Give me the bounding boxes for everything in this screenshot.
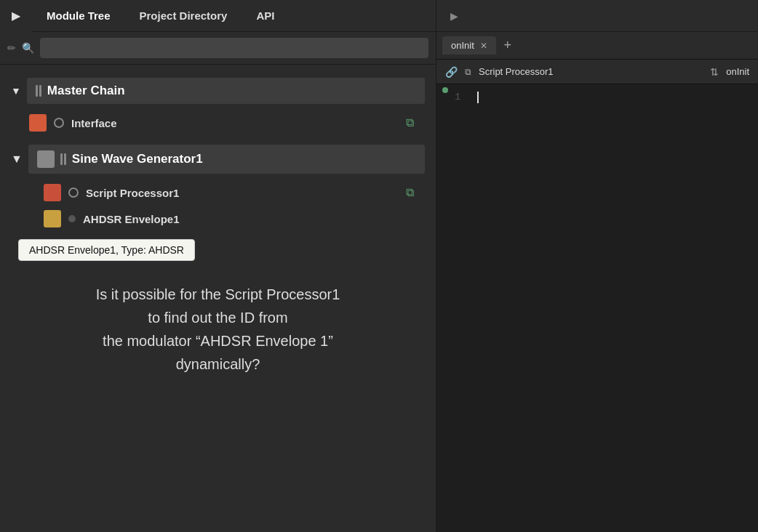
chain-line-2 bbox=[39, 85, 41, 97]
sine-arrow-icon: ▼ bbox=[11, 153, 23, 166]
ahdsr-envelope-name: AHDSR Envelope1 bbox=[83, 213, 414, 225]
code-content bbox=[469, 92, 758, 103]
tab-bar: onInit ✕ + bbox=[436, 32, 758, 60]
editor-infobar: 🔗 ⧉ Script Processor1 ⇅ onInit bbox=[436, 60, 758, 84]
sine-wave-bar: Sine Wave Generator1 bbox=[28, 145, 425, 174]
nav-tabs: Module Tree Project Directory API bbox=[32, 0, 436, 31]
editor-tab-label: onInit bbox=[451, 40, 474, 51]
tab-module-tree[interactable]: Module Tree bbox=[32, 0, 125, 31]
ahdsr-dot-icon bbox=[68, 215, 76, 222]
editor-play-button[interactable]: ▶ bbox=[442, 4, 466, 28]
sine-chain-line-1 bbox=[60, 153, 63, 165]
sine-color-block bbox=[37, 150, 55, 168]
right-panel: ▶ onInit ✕ + 🔗 ⧉ Script Processor1 ⇅ onI… bbox=[436, 0, 758, 532]
question-line2: to find out the ID from bbox=[148, 310, 287, 326]
script-external-link-icon[interactable]: ⧉ bbox=[406, 186, 414, 199]
interface-color-block bbox=[29, 114, 47, 132]
editor-tab-oninit[interactable]: onInit ✕ bbox=[442, 36, 496, 55]
master-chain-bar: Master Chain bbox=[27, 78, 425, 104]
expand-triangle-icon: ▼ bbox=[11, 85, 21, 97]
ahdsr-envelope-row[interactable]: AHDSR Envelope1 bbox=[0, 206, 436, 232]
interface-external-link-icon[interactable]: ⧉ bbox=[406, 116, 414, 129]
editor-tab-close-icon[interactable]: ✕ bbox=[480, 41, 487, 51]
chain-line-1 bbox=[36, 85, 38, 97]
external-link-small-icon[interactable]: ⧉ bbox=[465, 67, 471, 77]
master-chain-row[interactable]: ▼ Master Chain bbox=[0, 72, 436, 110]
left-panel: ▶ Module Tree Project Directory API ✏ 🔍 … bbox=[0, 0, 436, 532]
line-numbers: 1 bbox=[436, 92, 469, 102]
question-text: Is it possible for the Script Processor1… bbox=[0, 283, 436, 376]
code-area[interactable]: 1 bbox=[436, 84, 758, 532]
script-processor-row[interactable]: Script Processor1 ⧉ bbox=[0, 180, 436, 206]
sine-wave-row[interactable]: ▼ Sine Wave Generator1 bbox=[0, 139, 436, 180]
script-circle-icon bbox=[68, 188, 79, 198]
script-processor-name: Script Processor1 bbox=[86, 187, 399, 199]
function-name-label: onInit bbox=[726, 66, 749, 77]
sine-chain-line-2 bbox=[64, 153, 66, 165]
search-input[interactable] bbox=[40, 38, 428, 58]
tab-api[interactable]: API bbox=[242, 0, 289, 31]
question-line1: Is it possible for the Script Processor1 bbox=[96, 286, 340, 302]
sine-chain-lines-icon bbox=[60, 153, 66, 165]
master-chain-label: Master Chain bbox=[47, 84, 125, 98]
pencil-icon[interactable]: ✏ bbox=[7, 42, 16, 54]
search-bar: ✏ 🔍 bbox=[0, 32, 436, 65]
processor-name-label: Script Processor1 bbox=[479, 66, 703, 77]
interface-row[interactable]: Interface ⧉ bbox=[0, 110, 436, 136]
up-down-arrows-icon[interactable]: ⇅ bbox=[710, 66, 719, 78]
interface-name: Interface bbox=[71, 117, 399, 129]
search-icon[interactable]: 🔍 bbox=[22, 42, 34, 54]
link-icon: 🔗 bbox=[445, 66, 458, 78]
script-color-block bbox=[44, 184, 61, 201]
tab-project-directory[interactable]: Project Directory bbox=[125, 0, 242, 31]
question-line3: the modulator “AHDSR Envelope 1” bbox=[103, 333, 333, 349]
main-layout: ▶ Module Tree Project Directory API ✏ 🔍 … bbox=[0, 0, 758, 532]
ahdsr-tooltip: AHDSR Envelope1, Type: AHDSR bbox=[18, 239, 195, 261]
sine-wave-label: Sine Wave Generator1 bbox=[72, 152, 203, 166]
add-tab-button[interactable]: + bbox=[499, 37, 516, 55]
editor-topbar: ▶ bbox=[436, 0, 758, 32]
question-line4: dynamically? bbox=[176, 356, 260, 372]
interface-circle-icon bbox=[54, 118, 64, 128]
play-button[interactable]: ▶ bbox=[0, 0, 32, 32]
cursor-line bbox=[476, 92, 751, 103]
ahdsr-color-block bbox=[44, 210, 61, 227]
chain-bar-lines-icon bbox=[36, 85, 41, 97]
tree-area: ▼ Master Chain Interface ⧉ ▼ bbox=[0, 65, 436, 532]
cursor-blink bbox=[477, 92, 479, 103]
line-number-1: 1 bbox=[436, 92, 460, 102]
nav-bar: ▶ Module Tree Project Directory API bbox=[0, 0, 436, 32]
